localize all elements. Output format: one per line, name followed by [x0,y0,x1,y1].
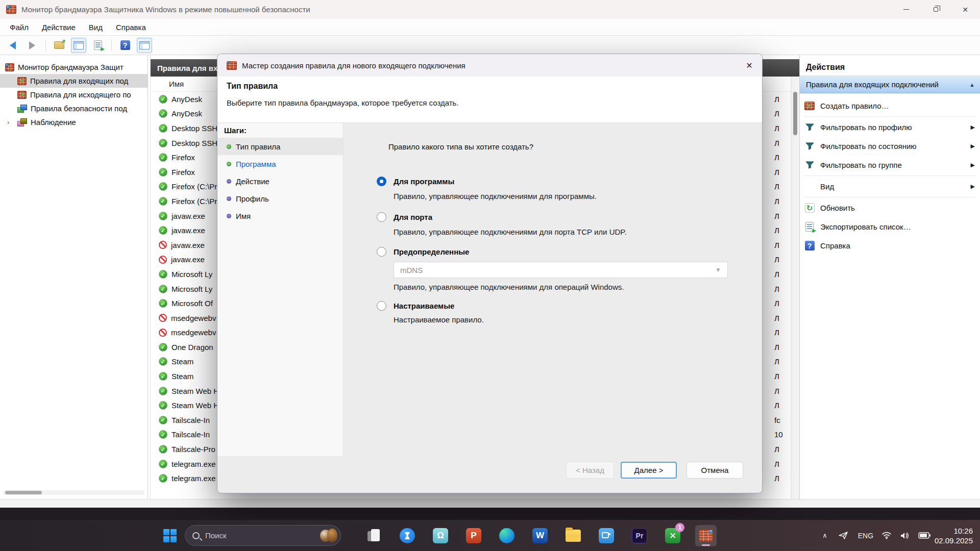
rule-status-icon: ✓ [159,445,167,454]
back-wizard-button[interactable]: < Назад [566,462,614,479]
option-port[interactable]: Для порта [377,212,742,222]
taskbar-app-window-stack[interactable] [363,525,385,546]
close-button[interactable]: ✕ [950,0,980,19]
scrollbar-thumb[interactable] [5,491,42,494]
help-button[interactable]: ? [117,38,133,53]
notification-badge: 1 [675,523,684,532]
dialog-header: Тип правила Выберите тип правила брандма… [217,77,762,123]
taskbar-clock[interactable]: 10:26 02.09.2025 [935,526,973,545]
menu-help[interactable]: Справка [109,19,153,35]
rule-status-icon: ✓ [159,153,167,162]
rule-status-icon: ✓ [159,372,167,381]
menu-view[interactable]: Вид [82,19,109,35]
taskbar-app-explorer[interactable] [562,525,584,546]
wizard-step[interactable]: Профиль [217,190,343,207]
rules-vertical-scrollbar[interactable] [791,77,799,499]
taskbar-app-hourglass[interactable] [397,525,418,546]
wizard-step[interactable]: Имя [217,207,343,224]
option-custom[interactable]: Настраиваемые [377,301,742,311]
hourglass-app-icon [400,528,415,543]
rule-name: javaw.exe [172,212,205,220]
taskbar: Поиск Ω P W Pr ✕ 1 ∧ ENG [0,520,980,551]
taskbar-app-screencast[interactable] [596,525,617,546]
taskbar-search[interactable]: Поиск [185,525,341,546]
action-item[interactable]: ↻ Обновить [800,198,980,217]
rule-status-icon [159,256,167,264]
tree-horizontal-scrollbar[interactable] [3,490,144,495]
predefined-rule-combobox[interactable]: mDNS ▼ [394,262,728,278]
option-label: Для программы [394,177,454,186]
action-item[interactable]: Фильтровать по состоянию ▶ [800,137,980,156]
minimize-button[interactable] [891,0,921,19]
option-predefined[interactable]: Предопределенные [377,247,742,257]
telegram-tray-icon[interactable] [834,531,854,540]
wizard-step[interactable]: Действие [217,172,343,190]
open-button[interactable] [52,38,67,53]
action-label: Фильтровать по группе [820,161,902,169]
radio-port[interactable] [377,212,386,222]
rule-status-icon: ✓ [159,197,167,206]
taskbar-app-powerpoint[interactable]: P [463,525,484,546]
restore-button[interactable] [921,0,950,19]
app-firewall-icon [6,5,16,14]
tree-node-security-rules[interactable]: Правила безопасности под [0,102,148,115]
rule-name: AnyDesk [172,95,202,104]
connection-security-icon [17,105,27,113]
dialog-close-button[interactable]: ✕ [737,54,762,77]
expand-chevron-icon[interactable]: › [7,118,9,126]
language-indicator[interactable]: ENG [854,532,877,540]
outbound-rules-icon: ↘ [17,91,27,99]
forward-button[interactable] [24,38,40,53]
rule-name: Firefox (C:\Pr [172,197,217,206]
action-item[interactable]: Фильтровать по профилю ▶ [800,118,980,137]
volume-icon[interactable] [896,532,914,540]
tree-root-node[interactable]: Монитор брандмауэра Защит [0,60,148,74]
premiere-icon: Pr [632,528,647,543]
show-action-pane-button[interactable] [137,38,152,53]
export-list-button[interactable] [90,38,106,53]
battery-icon[interactable] [914,532,935,539]
rule-name: msedgewebv [171,328,216,337]
cancel-wizard-button[interactable]: Отмена [687,462,743,479]
edge-icon [499,528,514,543]
taskbar-app-edge[interactable] [496,525,518,546]
scrollbar-thumb[interactable] [793,92,797,135]
action-item[interactable]: Фильтровать по группе ▶ [800,156,980,174]
action-item[interactable]: ? Справка [800,236,980,255]
submenu-arrow-icon: ▶ [971,143,975,149]
rule-name: Tailscale-Pro [172,445,215,454]
option-program[interactable]: Для программы [377,177,742,186]
export-list-icon [94,40,102,50]
tree-node-outbound-rules[interactable]: ↘ Правила для исходящего по [0,88,148,102]
wizard-step[interactable]: Программа [217,155,343,172]
search-daily-image[interactable] [320,528,337,543]
radio-custom[interactable] [377,301,386,311]
action-item[interactable]: Экспортировать список… [800,217,980,236]
back-button[interactable] [5,38,20,53]
taskbar-app-premiere[interactable]: Pr [629,525,650,546]
taskbar-app-xbox[interactable]: ✕ 1 [662,525,683,546]
show-console-tree-button[interactable] [71,38,86,53]
rule-name: Tailscale-In [172,416,210,424]
radio-program[interactable] [377,177,386,186]
tree-node-monitoring[interactable]: › Наблюдение [0,115,148,129]
taskbar-app-firewall[interactable] [695,525,717,546]
taskbar-app-omega[interactable]: Ω [430,525,451,546]
firewall-taskbar-icon [699,530,713,542]
windows-logo-icon [163,529,177,542]
radio-predefined[interactable] [377,247,386,257]
wifi-icon[interactable] [877,532,896,539]
action-item[interactable]: ✶↙ Создать правило… [800,96,980,115]
taskbar-app-word[interactable]: W [529,525,551,546]
actions-context-label: Правила для входящих подключений [806,80,939,89]
actions-context-header[interactable]: Правила для входящих подключений ▲ [800,76,980,93]
menu-action[interactable]: Действие [35,19,82,35]
collapse-caret-icon[interactable]: ▲ [969,82,975,88]
next-wizard-button[interactable]: Далее > [621,462,677,479]
start-button[interactable] [159,525,181,546]
tray-overflow-chevron[interactable]: ∧ [816,532,834,539]
menu-file[interactable]: Файл [3,19,35,35]
tree-node-inbound-rules[interactable]: ↙ Правила для входящих под [0,74,148,88]
action-item[interactable]: Вид ▶ [800,177,980,196]
wizard-step[interactable]: Тип правила [217,138,343,155]
